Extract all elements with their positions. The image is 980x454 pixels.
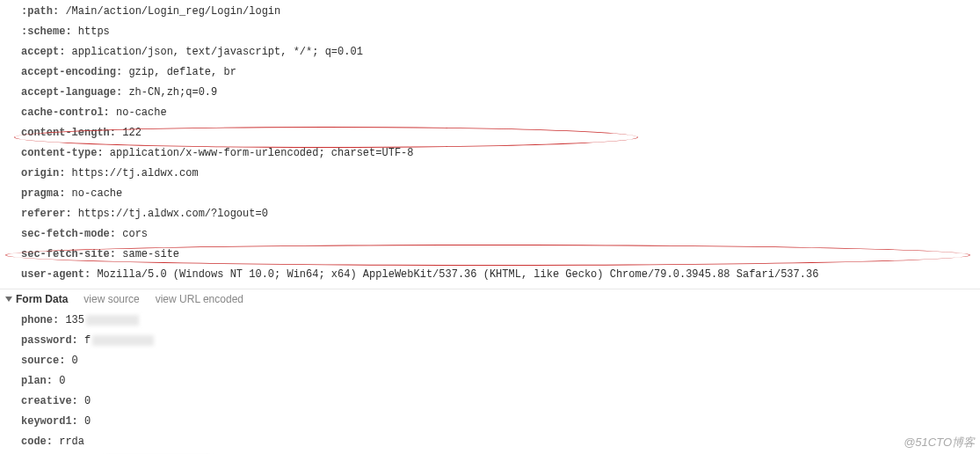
form-field-name: code: bbox=[21, 436, 53, 448]
header-value: same-site bbox=[116, 248, 179, 260]
redacted-blur bbox=[92, 335, 154, 346]
form-field-value: 0 bbox=[78, 395, 91, 407]
form-data-row: plan: 0 bbox=[21, 371, 980, 392]
form-field-name: source: bbox=[21, 355, 65, 367]
watermark-text: @51CTO博客 bbox=[904, 435, 975, 450]
header-value: https://tj.aldwx.com/?logout=0 bbox=[72, 208, 268, 220]
expand-triangle-icon bbox=[5, 297, 12, 302]
form-field-value: rrda bbox=[53, 436, 84, 448]
form-field-name: plan: bbox=[21, 375, 53, 387]
header-row: content-type: application/x-www-form-url… bbox=[21, 143, 980, 164]
header-value: https://tj.aldwx.com bbox=[65, 167, 198, 179]
header-row: user-agent: Mozilla/5.0 (Windows NT 10.0… bbox=[21, 265, 980, 285]
header-value: https bbox=[72, 26, 110, 38]
form-field-value: f bbox=[78, 334, 91, 347]
form-field-value: 0 bbox=[53, 375, 65, 387]
form-data-row: source: 0 bbox=[21, 351, 980, 371]
header-name: :path: bbox=[21, 5, 59, 18]
header-name: :scheme: bbox=[21, 26, 72, 38]
header-name: origin: bbox=[21, 167, 65, 179]
header-row: accept-language: zh-CN,zh;q=0.9 bbox=[21, 83, 980, 103]
header-row: content-length: 122 bbox=[21, 123, 980, 143]
view-source-link[interactable]: view source bbox=[83, 293, 139, 305]
header-name: referer: bbox=[21, 208, 72, 220]
form-data-row: keyword1: 0 bbox=[21, 412, 980, 432]
form-field-value: 0 bbox=[78, 415, 91, 428]
form-data-row: code: rrda bbox=[21, 432, 980, 452]
header-name: pragma: bbox=[21, 187, 65, 200]
header-name: sec-fetch-site: bbox=[21, 248, 116, 260]
header-value: /Main/action/Login_reg/Login/login bbox=[59, 5, 280, 18]
form-field-name: keyword1: bbox=[21, 415, 78, 428]
header-name: accept: bbox=[21, 46, 65, 58]
form-data-section: phone: 135password: fsource: 0plan: 0cre… bbox=[0, 309, 980, 454]
form-data-row: password: f bbox=[21, 331, 980, 351]
form-data-title-text: Form Data bbox=[16, 293, 68, 305]
header-row: accept: application/json, text/javascrip… bbox=[21, 42, 980, 62]
header-name: user-agent: bbox=[21, 268, 91, 281]
header-row: origin: https://tj.aldwx.com bbox=[21, 164, 980, 184]
header-row: cache-control: no-cache bbox=[21, 103, 980, 123]
header-value: no-cache bbox=[110, 106, 167, 119]
header-value: gzip, deflate, br bbox=[122, 66, 236, 78]
header-name: content-length: bbox=[21, 127, 116, 139]
header-name: cache-control: bbox=[21, 106, 110, 119]
form-field-name: password: bbox=[21, 334, 78, 347]
header-row: sec-fetch-mode: cors bbox=[21, 224, 980, 245]
header-row: :scheme: https bbox=[21, 22, 980, 42]
header-value: no-cache bbox=[65, 187, 122, 200]
form-field-value: 135 bbox=[59, 314, 84, 326]
form-data-row: creative: 0 bbox=[21, 392, 980, 412]
form-field-name: phone: bbox=[21, 314, 59, 326]
form-data-row: phone: 135 bbox=[21, 311, 980, 331]
header-value: application/x-www-form-urlencoded; chars… bbox=[104, 147, 414, 159]
form-field-value: 0 bbox=[65, 355, 77, 367]
form-data-title[interactable]: Form Data bbox=[5, 293, 68, 305]
header-row: sec-fetch-site: same-site bbox=[21, 245, 980, 265]
header-value: Mozilla/5.0 (Windows NT 10.0; Win64; x64… bbox=[91, 268, 818, 281]
form-data-section-header: Form Data view source view URL encoded bbox=[0, 289, 980, 309]
header-value: application/json, text/javascript, */*; … bbox=[65, 46, 362, 58]
header-value: 122 bbox=[116, 127, 142, 139]
header-row: referer: https://tj.aldwx.com/?logout=0 bbox=[21, 204, 980, 224]
header-value: cors bbox=[116, 228, 148, 240]
form-field-name: creative: bbox=[21, 395, 78, 407]
header-name: sec-fetch-mode: bbox=[21, 228, 116, 240]
header-value: zh-CN,zh;q=0.9 bbox=[122, 86, 217, 99]
header-name: accept-language: bbox=[21, 86, 122, 99]
header-name: accept-encoding: bbox=[21, 66, 122, 78]
header-row: accept-encoding: gzip, deflate, br bbox=[21, 62, 980, 83]
header-name: content-type: bbox=[21, 147, 104, 159]
request-headers-section: :path: /Main/action/Login_reg/Login/logi… bbox=[0, 0, 980, 289]
redacted-blur bbox=[86, 315, 139, 326]
header-row: pragma: no-cache bbox=[21, 184, 980, 204]
header-row: :path: /Main/action/Login_reg/Login/logi… bbox=[21, 2, 980, 22]
view-url-encoded-link[interactable]: view URL encoded bbox=[156, 293, 243, 305]
